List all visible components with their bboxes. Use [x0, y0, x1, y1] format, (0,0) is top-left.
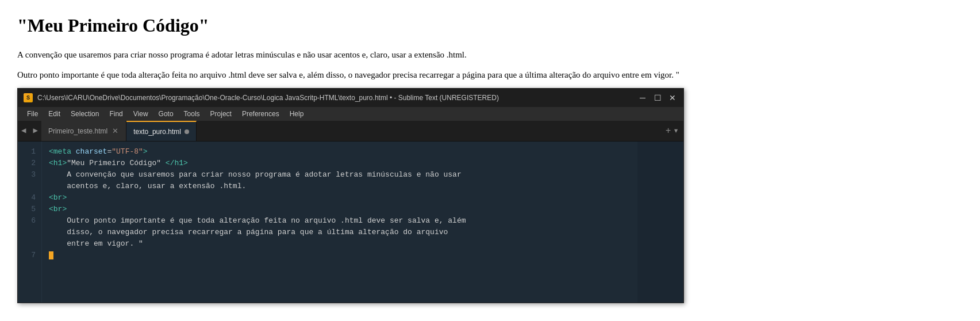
line3-text1: A convenção que usaremos para criar noss… [49, 169, 462, 181]
line-num-6: 6 [18, 215, 41, 227]
add-tab-button[interactable]: + [666, 124, 671, 138]
code-line-2: <h1>"Meu Primeiro Código" </h1> [49, 158, 637, 169]
menu-bar: File Edit Selection Find View Goto Tools… [18, 107, 683, 121]
code-line-4: <br> [49, 192, 637, 204]
text-cursor [49, 251, 53, 259]
menu-preferences[interactable]: Preferences [237, 108, 284, 120]
menu-edit[interactable]: Edit [44, 108, 65, 120]
tab-nav-next[interactable]: ▶ [29, 121, 41, 141]
minimap [637, 142, 683, 303]
tab-bar: ◀ ▶ Primeiro_teste.html ✕ texto_puro.htm… [18, 121, 683, 142]
line-numbers: 1 2 3 3 4 5 6 6 6 7 [18, 142, 42, 303]
code-area: 1 2 3 3 4 5 6 6 6 7 <meta charset="UTF-8… [18, 142, 683, 303]
tab-label: Primeiro_teste.html [48, 126, 107, 136]
line-num-2: 2 [18, 158, 41, 169]
h1-text: "Meu Primeiro Código" [67, 158, 166, 170]
tag-close-meta: > [143, 146, 148, 158]
tab-label: texto_puro.html [133, 127, 181, 137]
tab-modified-dot [185, 129, 189, 134]
page-title: "Meu Primeiro Código" [17, 12, 963, 39]
title-bar-text: C:\Users\ICARU\OneDrive\Documentos\Progr… [37, 93, 499, 103]
tag-br4: <br> [49, 192, 67, 204]
menu-help[interactable]: Help [285, 108, 309, 120]
code-line-7 [49, 250, 637, 261]
paragraph-1: A convenção que usaremos para criar noss… [17, 48, 963, 62]
sublime-icon: S [24, 93, 33, 102]
minimize-button[interactable]: ─ [637, 93, 648, 103]
tab-dropdown-icon[interactable]: ▾ [673, 124, 679, 138]
tab-bar-right: + ▾ [661, 121, 683, 141]
line-num-3: 3 [18, 169, 41, 181]
menu-goto[interactable]: Goto [154, 108, 178, 120]
line6-text1: Outro ponto importante é que toda altera… [49, 215, 466, 227]
code-line-1: <meta charset="UTF-8"> [49, 146, 637, 158]
code-line-3: A convenção que usaremos para criar noss… [49, 169, 637, 192]
menu-project[interactable]: Project [206, 108, 236, 120]
tag-meta: <meta [49, 146, 76, 158]
close-button[interactable]: ✕ [667, 93, 678, 103]
window-controls: ─ ☐ ✕ [637, 93, 678, 103]
code-line-6: Outro ponto importante é que toda altera… [49, 215, 637, 250]
line3-text2: acentos e, claro, usar a extensão .html. [49, 181, 246, 193]
line-num-4: 4 [18, 192, 41, 204]
line6-text3: entre em vigor. " [49, 238, 143, 250]
menu-view[interactable]: View [129, 108, 153, 120]
line-num-1: 1 [18, 146, 41, 158]
tab-nav-prev[interactable]: ◀ [18, 121, 29, 141]
tag-h1-open: <h1> [49, 158, 67, 170]
line6-text2: disso, o navegador precisa recarregar a … [49, 227, 448, 239]
maximize-button[interactable]: ☐ [652, 93, 663, 103]
string-utf8: "UTF-8" [112, 146, 143, 158]
title-bar: S C:\Users\ICARU\OneDrive\Documentos\Pro… [18, 89, 683, 107]
equals: = [107, 146, 112, 158]
code-line-5: <br> [49, 204, 637, 215]
attr-charset: charset [76, 146, 107, 158]
tag-h1-close: </h1> [166, 158, 188, 170]
line-num-7: 7 [18, 250, 41, 261]
tab-close-icon[interactable]: ✕ [111, 127, 119, 135]
tab-texto-puro[interactable]: texto_puro.html [126, 121, 197, 141]
menu-tools[interactable]: Tools [179, 108, 205, 120]
menu-find[interactable]: Find [105, 108, 127, 120]
paragraph-2: Outro ponto importante é que toda altera… [17, 68, 963, 82]
line-num-5: 5 [18, 204, 41, 215]
menu-selection[interactable]: Selection [66, 108, 103, 120]
code-content[interactable]: <meta charset="UTF-8"> <h1>"Meu Primeiro… [42, 142, 637, 303]
menu-file[interactable]: File [22, 108, 43, 120]
tag-br5: <br> [49, 204, 67, 216]
sublime-text-window: S C:\Users\ICARU\OneDrive\Documentos\Pro… [17, 88, 684, 303]
tab-primeiro-teste[interactable]: Primeiro_teste.html ✕ [41, 121, 126, 141]
